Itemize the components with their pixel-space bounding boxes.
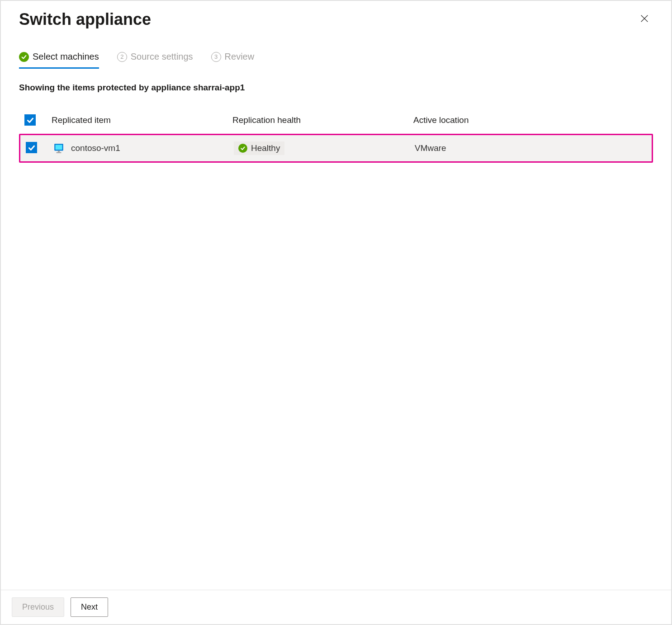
highlighted-row: contoso-vm1 Healthy VMware <box>19 134 653 163</box>
svg-rect-5 <box>57 152 62 153</box>
step-3-icon: 3 <box>211 52 221 62</box>
tab-label: Review <box>225 52 255 62</box>
column-header-location: Active location <box>413 115 648 125</box>
row-item-cell: contoso-vm1 <box>53 142 234 154</box>
row-checkbox[interactable] <box>26 142 37 153</box>
row-location-cell: VMware <box>415 143 646 153</box>
row-checkbox-cell <box>26 142 53 154</box>
tab-label: Source settings <box>131 52 193 62</box>
row-health-text: Healthy <box>251 143 280 153</box>
row-health-cell: Healthy <box>234 141 415 155</box>
svg-rect-3 <box>55 145 62 150</box>
tab-review[interactable]: 3 Review <box>211 52 255 69</box>
select-all-cell <box>24 114 52 127</box>
next-button[interactable]: Next <box>71 597 108 617</box>
svg-rect-4 <box>58 150 60 152</box>
vm-icon <box>53 142 65 154</box>
close-icon <box>639 14 649 26</box>
check-circle-icon <box>19 52 29 62</box>
table-row[interactable]: contoso-vm1 Healthy VMware <box>20 135 652 161</box>
health-badge: Healthy <box>234 141 284 155</box>
wizard-tabs: Select machines 2 Source settings 3 Revi… <box>19 52 653 69</box>
row-item-name: contoso-vm1 <box>71 143 120 153</box>
tab-label: Select machines <box>33 52 99 62</box>
panel-footer: Previous Next <box>1 590 671 624</box>
switch-appliance-panel: Switch appliance Select machines <box>0 0 672 625</box>
column-header-health: Replication health <box>232 115 413 125</box>
close-button[interactable] <box>636 10 653 29</box>
select-all-checkbox[interactable] <box>24 114 36 126</box>
healthy-icon <box>238 144 247 153</box>
subtitle-text: Showing the items protected by appliance… <box>19 83 653 93</box>
step-2-icon: 2 <box>117 52 127 62</box>
panel-header: Switch appliance <box>1 1 671 29</box>
page-title: Switch appliance <box>19 10 151 29</box>
machines-table: Replicated item Replication health Activ… <box>19 111 653 163</box>
table-header-row: Replicated item Replication health Activ… <box>19 111 653 130</box>
tab-source-settings[interactable]: 2 Source settings <box>117 52 193 69</box>
column-header-item: Replicated item <box>52 115 232 125</box>
tab-select-machines[interactable]: Select machines <box>19 52 99 69</box>
panel-content: Select machines 2 Source settings 3 Revi… <box>1 29 671 590</box>
previous-button[interactable]: Previous <box>12 597 64 617</box>
